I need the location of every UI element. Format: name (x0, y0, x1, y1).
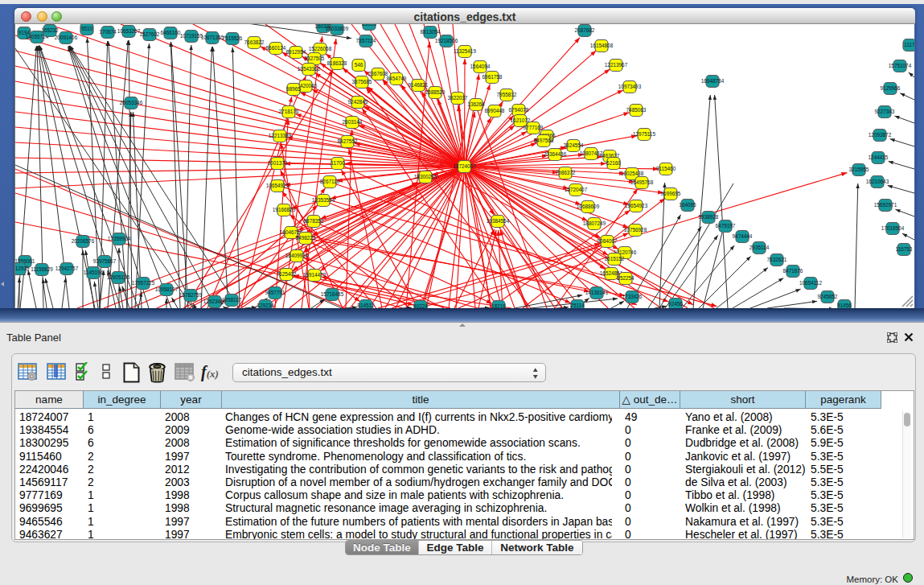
svg-text:1564094: 1564094 (470, 64, 491, 69)
svg-text:18300295: 18300295 (414, 174, 437, 179)
svg-text:12905135: 12905135 (107, 274, 130, 280)
svg-text:170674: 170674 (99, 29, 117, 35)
svg-text:1615152: 1615152 (605, 256, 625, 262)
svg-text:3215955: 3215955 (849, 167, 869, 172)
svg-text:2367608: 2367608 (368, 71, 388, 76)
svg-text:8471676: 8471676 (783, 268, 803, 274)
svg-text:6794078: 6794078 (509, 107, 529, 113)
svg-text:9327505: 9327505 (305, 56, 325, 61)
svg-text:20364436: 20364436 (544, 151, 567, 157)
svg-text:2718176: 2718176 (279, 109, 299, 114)
svg-text:546: 546 (355, 62, 363, 68)
svg-text:8427552: 8427552 (338, 138, 358, 144)
svg-text:11325419: 11325419 (454, 48, 476, 54)
svg-text:17359924: 17359924 (108, 236, 131, 241)
svg-text:16648784: 16648784 (701, 78, 725, 84)
svg-text:15720407: 15720407 (565, 187, 588, 192)
svg-text:92456: 92456 (668, 301, 683, 307)
svg-text:6961758: 6961758 (483, 74, 503, 80)
svg-text:10654925: 10654925 (266, 183, 290, 188)
svg-text:8660124: 8660124 (266, 45, 286, 51)
svg-text:1244415: 1244415 (869, 154, 889, 160)
svg-text:9245652: 9245652 (818, 294, 838, 299)
svg-text:19654923: 19654923 (625, 203, 648, 208)
svg-text:9227343: 9227343 (875, 109, 895, 114)
svg-text:116753: 116753 (896, 246, 913, 252)
svg-text:9115460: 9115460 (656, 166, 676, 171)
svg-text:1001373: 1001373 (268, 160, 288, 166)
svg-text:10719155: 10719155 (180, 33, 203, 39)
svg-text:9457791: 9457791 (265, 290, 285, 295)
svg-text:18216: 18216 (491, 303, 506, 308)
svg-text:252254: 252254 (617, 275, 634, 281)
svg-text:9242845: 9242845 (348, 99, 368, 105)
svg-text:20206576: 20206576 (72, 238, 95, 244)
svg-text:18807249: 18807249 (583, 220, 606, 226)
svg-text:7357224: 7357224 (356, 38, 376, 43)
svg-text:8990448: 8990448 (485, 108, 505, 113)
svg-text:7986372: 7986372 (556, 170, 576, 175)
svg-text:19384554: 19384554 (487, 218, 510, 224)
svg-text:11700: 11700 (331, 160, 345, 166)
svg-text:98965: 98965 (286, 86, 301, 92)
svg-text:9777169: 9777169 (524, 125, 544, 130)
svg-text:16033809: 16033809 (326, 26, 349, 31)
svg-text:10543362: 10543362 (298, 66, 321, 72)
svg-text:8813054: 8813054 (421, 29, 441, 35)
svg-text:16409934: 16409934 (285, 253, 309, 258)
svg-text:16154808: 16154808 (590, 43, 614, 48)
svg-text:7632621: 7632621 (767, 257, 787, 262)
svg-text:9146821: 9146821 (409, 82, 429, 88)
svg-text:7955812: 7955812 (497, 92, 517, 97)
svg-text:20091406: 20091406 (55, 35, 78, 40)
svg-text:8912954: 8912954 (286, 49, 306, 55)
svg-text:1733426: 1733426 (622, 294, 643, 299)
svg-text:17957225: 17957225 (132, 280, 155, 286)
svg-text:12975115: 12975115 (633, 131, 655, 137)
svg-text:19166829: 19166829 (273, 207, 296, 212)
svg-text:17016504: 17016504 (881, 225, 905, 231)
svg-text:7485063: 7485063 (626, 107, 647, 113)
svg-text:20053346: 20053346 (120, 100, 143, 105)
svg-text:11156829: 11156829 (31, 266, 53, 272)
svg-text:10958107: 10958107 (155, 286, 179, 292)
svg-text:12353594: 12353594 (312, 197, 335, 203)
svg-text:1145194: 1145194 (84, 270, 104, 275)
svg-text:2935114: 2935114 (749, 245, 770, 250)
svg-text:5498222: 5498222 (296, 235, 316, 241)
svg-text:10025438: 10025438 (621, 171, 644, 176)
svg-text:3875685: 3875685 (352, 79, 372, 84)
svg-text:9129966: 9129966 (881, 85, 901, 91)
svg-text:9510: 9510 (81, 26, 93, 31)
svg-text:14136141: 14136141 (585, 290, 609, 295)
svg-text:3822037: 3822037 (448, 95, 468, 101)
svg-text:164095: 164095 (679, 202, 696, 208)
svg-text:7663822: 7663822 (244, 39, 265, 45)
svg-text:6479197: 6479197 (716, 223, 736, 229)
svg-text:8267110: 8267110 (320, 179, 340, 184)
svg-text:19218506: 19218506 (435, 38, 458, 43)
svg-text:165232: 165232 (41, 27, 59, 33)
svg-text:10653267: 10653267 (117, 28, 141, 34)
svg-text:10654112: 10654112 (799, 280, 822, 286)
svg-text:1527602: 1527602 (140, 31, 160, 37)
svg-text:10671355: 10671355 (201, 35, 224, 40)
svg-text:6466160: 6466160 (161, 30, 181, 35)
svg-text:3912939: 3912939 (15, 266, 30, 271)
svg-text:83103: 83103 (362, 24, 376, 27)
svg-text:16782759: 16782759 (179, 292, 203, 298)
svg-text:10688609: 10688609 (577, 204, 600, 209)
svg-text:10756928: 10756928 (624, 227, 647, 233)
svg-text:9699695: 9699695 (661, 191, 681, 196)
svg-text:12093872: 12093872 (869, 132, 892, 138)
svg-text:90224: 90224 (413, 303, 428, 308)
svg-text:814512: 814512 (357, 303, 375, 308)
svg-text:16914479: 16914479 (303, 272, 326, 278)
svg-text:91456: 91456 (837, 303, 852, 308)
svg-text:8878352: 8878352 (304, 218, 324, 224)
svg-text:12213389: 12213389 (269, 133, 292, 138)
svg-text:2087682: 2087682 (575, 27, 595, 33)
svg-text:2803144: 2803144 (343, 119, 363, 125)
svg-text:129234: 129234 (257, 303, 274, 308)
svg-text:8454749: 8454749 (387, 76, 407, 81)
